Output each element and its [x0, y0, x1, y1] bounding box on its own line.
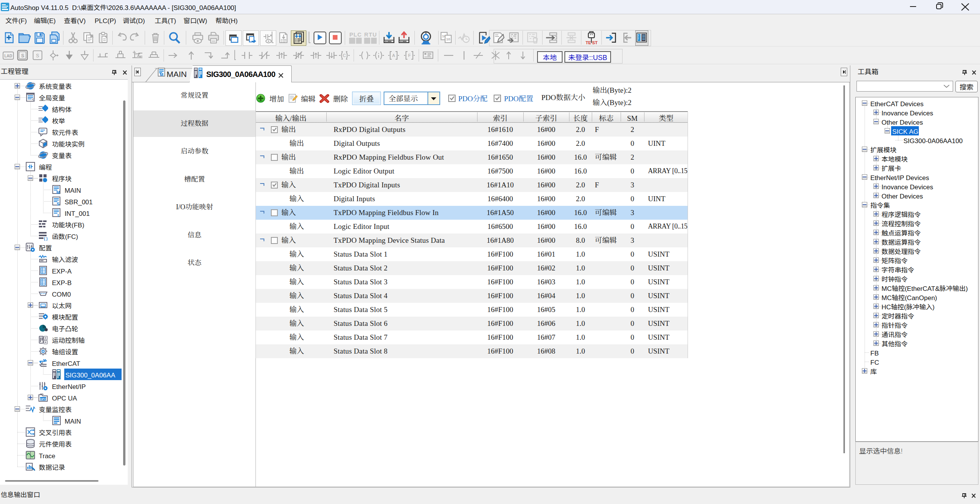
svg-text:M: M: [56, 190, 60, 195]
svg-text:10: 10: [446, 37, 450, 41]
svg-text:( ): ( ): [44, 237, 47, 241]
svg-text:RTU: RTU: [364, 32, 377, 38]
svg-text:LAD: LAD: [4, 54, 12, 58]
svg-text:PLC: PLC: [349, 32, 362, 38]
svg-text:A: A: [392, 53, 395, 58]
svg-text:ST: ST: [592, 40, 598, 45]
svg-text:C: C: [343, 53, 346, 58]
svg-text:TE: TE: [586, 40, 591, 45]
svg-text:F: F: [408, 53, 411, 58]
svg-text:M: M: [160, 72, 163, 77]
svg-text:I: I: [57, 213, 58, 218]
svg-text:OPC: OPC: [40, 397, 47, 401]
svg-text:S: S: [21, 53, 24, 58]
svg-text:S: S: [36, 53, 39, 58]
svg-text:S: S: [57, 202, 59, 206]
